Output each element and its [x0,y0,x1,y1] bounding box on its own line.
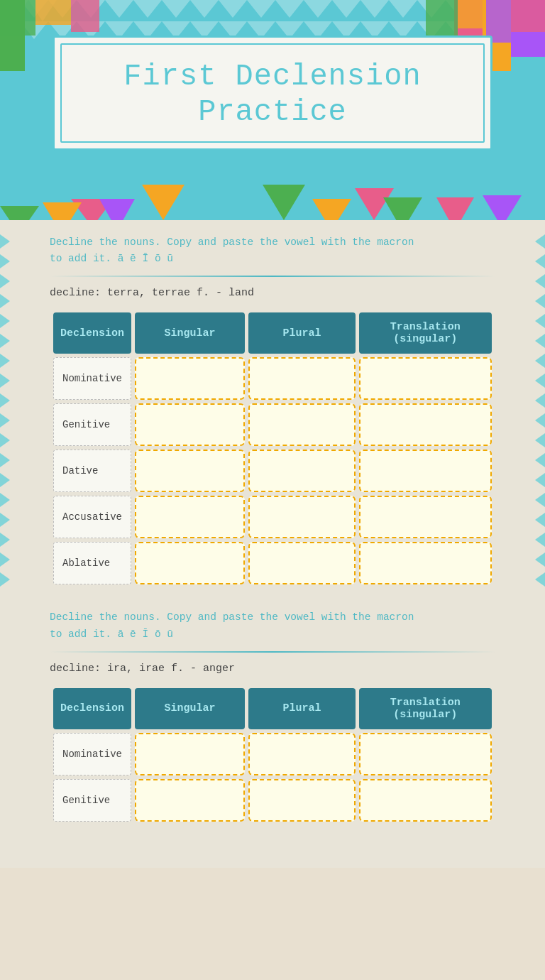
input-field[interactable] [142,364,238,393]
page-title: First Declension Practice [83,59,462,131]
arrow-icon [0,234,10,249]
arrow-icon [535,552,545,567]
input-field[interactable] [255,549,348,577]
arrow-icon [535,354,545,368]
arrow-icon [535,453,545,467]
arrow-icon [0,274,10,288]
arrow-icon [0,513,10,527]
svg-rect-13 [71,0,99,32]
table-row: Dative [53,450,492,492]
declension-table-1: Declension Singular Plural Translation (… [50,309,495,588]
input-field[interactable] [142,786,238,815]
input-genitive-singular-1[interactable] [135,403,245,446]
col-header-translation-2: Translation (singular) [359,688,492,729]
arrow-icon [0,354,10,368]
input-genitive-singular-2[interactable] [135,779,245,822]
instruction-text-2: Decline the nouns. Copy and paste the vo… [50,609,495,642]
input-field[interactable] [255,503,348,531]
arrow-icon [535,393,545,408]
input-field[interactable] [366,549,485,577]
input-field[interactable] [142,549,238,577]
input-field[interactable] [366,457,485,485]
input-genitive-plural-2[interactable] [248,779,355,822]
declension-table-2: Declension Singular Plural Translation (… [50,685,495,825]
input-nominative-plural-2[interactable] [248,733,355,775]
input-dative-singular-1[interactable] [135,450,245,492]
input-field[interactable] [142,740,238,768]
arrow-icon [535,473,545,487]
noun-label-1: decline: terra, terrae f. - land [50,287,517,299]
arrow-icon [0,572,10,587]
content-area: Decline the nouns. Copy and paste the vo… [0,220,545,868]
section-2: Decline the nouns. Copy and paste the vo… [28,609,517,824]
arrow-icon [0,433,10,447]
case-genitive-2: Genitive [53,779,131,822]
input-ablative-plural-1[interactable] [248,542,355,584]
section-1: Decline the nouns. Copy and paste the vo… [28,234,517,588]
arrow-icon [0,552,10,567]
input-field[interactable] [366,503,485,531]
case-accusative-1: Accusative [53,496,131,538]
input-field[interactable] [366,410,485,439]
input-accusative-plural-1[interactable] [248,496,355,538]
arrow-icon [0,493,10,507]
input-field[interactable] [142,457,238,485]
input-nominative-translation-1[interactable] [359,357,492,400]
arrow-icon [0,374,10,388]
col-header-declension-2: Declension [53,688,131,729]
arrow-icon [535,374,545,388]
input-field[interactable] [255,740,348,768]
arrow-icon [535,274,545,288]
input-accusative-translation-1[interactable] [359,496,492,538]
input-genitive-translation-2[interactable] [359,779,492,822]
arrow-icon [535,334,545,348]
input-ablative-translation-1[interactable] [359,542,492,584]
col-header-plural-2: Plural [248,688,355,729]
input-field[interactable] [255,410,348,439]
title-card: First Declension Practice [53,36,492,151]
arrow-icon [0,294,10,308]
input-accusative-singular-1[interactable] [135,496,245,538]
input-field[interactable] [255,457,348,485]
table-row: Accusative [53,496,492,538]
input-dative-translation-1[interactable] [359,450,492,492]
arrow-icon [0,533,10,547]
svg-rect-17 [511,0,545,32]
arrow-icon [535,533,545,547]
input-nominative-singular-1[interactable] [135,357,245,400]
input-nominative-translation-2[interactable] [359,733,492,775]
col-header-declension-1: Declension [53,312,131,354]
arrow-icon [0,254,10,268]
noun-label-2: decline: ira, irae f. - anger [50,663,517,675]
arrow-icon [535,254,545,268]
arrow-icon [535,572,545,587]
input-nominative-plural-1[interactable] [248,357,355,400]
case-dative-1: Dative [53,450,131,492]
divider-1 [50,276,495,277]
input-field[interactable] [142,410,238,439]
input-field[interactable] [366,364,485,393]
input-field[interactable] [366,786,485,815]
arrow-icon [0,334,10,348]
arrow-icon [535,294,545,308]
input-genitive-plural-1[interactable] [248,403,355,446]
arrow-icon [535,433,545,447]
input-ablative-singular-1[interactable] [135,542,245,584]
input-field[interactable] [255,786,348,815]
svg-rect-12 [35,0,71,25]
input-nominative-singular-2[interactable] [135,733,245,775]
table-row: Genitive [53,779,492,822]
arrow-icon [535,493,545,507]
input-genitive-translation-1[interactable] [359,403,492,446]
input-field[interactable] [142,503,238,531]
col-header-singular-2: Singular [135,688,245,729]
input-dative-plural-1[interactable] [248,450,355,492]
arrow-icon [0,314,10,328]
input-field[interactable] [366,740,485,768]
case-ablative-1: Ablative [53,542,131,584]
arrow-icon [0,453,10,467]
case-genitive-1: Genitive [53,403,131,446]
input-field[interactable] [255,364,348,393]
arrow-icon [0,413,10,428]
svg-rect-15 [458,0,486,28]
